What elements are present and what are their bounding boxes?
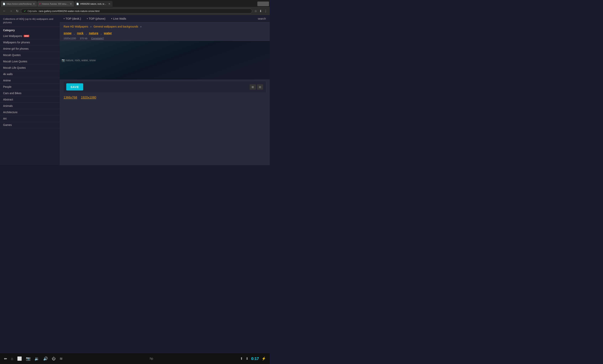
nav-top-phone[interactable]: TOP (phone) [87, 17, 105, 20]
breadcrumb: Rare HD Wallpapers » General wallpapers … [60, 22, 270, 30]
sidebar-item-anime-label: Anime [3, 79, 11, 82]
sidebar-item-animals[interactable]: Animals [0, 103, 60, 109]
sidebar-item-games[interactable]: Games [0, 122, 60, 128]
tab-3[interactable]: 📄 #4566250 nature, rock, wate... ✕ [74, 1, 113, 7]
sidebar-item-anime[interactable]: Anime [0, 77, 60, 84]
sidebar-item-games-label: Games [3, 123, 12, 126]
sidebar-item-animals-label: Animals [3, 104, 13, 107]
toolbar-icons: ☆ ⬇ ⋮ [254, 9, 268, 13]
bookmark-icon[interactable]: ☆ [254, 9, 258, 13]
complaint-link[interactable]: Complaint? [91, 37, 104, 40]
sidebar-item-mocah-love-label: Mocah Love Quotes [3, 60, 27, 63]
breadcrumb-category[interactable]: General wallpapers and backgrounds [93, 25, 138, 28]
back-button[interactable]: ← [2, 9, 7, 13]
tab-3-icon: 📄 [76, 3, 79, 5]
sidebar-item-anime-girl[interactable]: Anime girl for phones [0, 46, 60, 52]
controls-row: SAVE ⊞ ⊟ [64, 81, 266, 92]
sidebar-item-mocah-quotes-label: Mocah Quotes [3, 54, 21, 56]
breadcrumb-sep1: » [90, 25, 93, 28]
new-tab-area [257, 1, 269, 6]
tag-water[interactable]: water [104, 32, 112, 35]
menu-icon[interactable]: ⋮ [264, 9, 268, 13]
tab-2-icon: # [39, 3, 40, 5]
sidebar-item-4k-walls-label: 4k walls [3, 73, 13, 76]
res-1366[interactable]: 1366x768 [64, 96, 77, 99]
sidebar-item-people[interactable]: People [0, 84, 60, 90]
forward-button[interactable]: → [9, 9, 13, 13]
sidebar-item-wallpapers-phones-label: Wallpapers for phones [3, 41, 30, 44]
sidebar-item-live-wallpapers[interactable]: Live Wallpapers NEW [0, 33, 60, 39]
meta-row: 1920x1200 370 kb Complaint? [60, 36, 270, 41]
sidebar-item-cars-bikes[interactable]: Cars and Bikes [0, 90, 60, 96]
tab-3-label: #4566250 nature, rock, wate... [80, 3, 107, 5]
download-icon[interactable]: ⬇ [259, 9, 262, 13]
sidebar-item-new-badge: NEW [24, 35, 29, 37]
tab-2-close[interactable]: ✕ [70, 2, 72, 5]
sidebar-category-header: Category [0, 27, 60, 33]
tab-1[interactable]: 📄 https://onion.tube/feed/pop ✕ [1, 1, 37, 7]
tag-rock[interactable]: rock [77, 32, 83, 35]
image-alt-label: 📷 nature, rock, water, snow [62, 58, 96, 63]
breadcrumb-sep2: » [140, 25, 142, 28]
tab-3-close[interactable]: ✕ [108, 2, 111, 5]
meta-size: 370 kb [80, 37, 87, 40]
offline-label: Офлайн [28, 10, 37, 12]
sidebar-logo: Collections of HDQ (up to 4k) wallpapers… [0, 15, 60, 27]
address-bar[interactable]: ✔ Офлайн rare-gallery.com/4566250-water-… [21, 9, 252, 13]
tag-snow[interactable]: snow [64, 32, 71, 35]
sidebar-item-anime-girl-label: Anime girl for phones [3, 47, 29, 50]
tab-2-label: Новини Львова: 300 мешка... [42, 3, 69, 5]
tab-1-close[interactable]: ✕ [33, 2, 35, 5]
sidebar-item-cars-bikes-label: Cars and Bikes [3, 92, 21, 95]
sidebar: Collections of HDQ (up to 4k) wallpapers… [0, 15, 60, 165]
view-buttons: ⊞ ⊟ [250, 84, 263, 90]
tab-1-icon: 📄 [3, 3, 5, 5]
sidebar-item-mocah-quotes[interactable]: Mocah Quotes [0, 52, 60, 58]
breadcrumb-home[interactable]: Rare HD Wallpapers [64, 25, 88, 28]
nav-top-desk[interactable]: TOP (desk.) [64, 17, 81, 20]
sidebar-item-live-wallpapers-label: Live Wallpapers [3, 34, 22, 38]
sidebar-item-mocah-life-label: Mocah Life Quotes [3, 66, 26, 69]
sidebar-item-wallpapers-phones[interactable]: Wallpapers for phones [0, 39, 60, 46]
sidebar-item-architecture-label: Architecture [3, 111, 18, 114]
secure-icon: ✔ [24, 10, 26, 12]
search-link[interactable]: search [258, 17, 266, 20]
address-bar-row: ← → ↻ ✔ Офлайн rare-gallery.com/4566250-… [0, 7, 270, 15]
view-btn-list[interactable]: ⊟ [257, 84, 263, 90]
sidebar-item-abstract[interactable]: Abstract [0, 96, 60, 103]
res-1920[interactable]: 1920x1080 [81, 96, 96, 99]
sidebar-item-mocah-life[interactable]: Mocah Life Quotes [0, 65, 60, 71]
sidebar-item-architecture[interactable]: Architecture [0, 109, 60, 115]
sidebar-item-4k-walls[interactable]: 4k walls [0, 71, 60, 77]
tag-nature[interactable]: nature [89, 32, 98, 35]
tab-2[interactable]: # Новини Львова: 300 мешка... ✕ [37, 1, 74, 7]
sidebar-item-art-label: Art [3, 117, 7, 120]
resolution-links: 1366x768 1920x1080 [60, 94, 270, 101]
nav-live-walls[interactable]: Live Walls [111, 17, 126, 20]
page-container: Collections of HDQ (up to 4k) wallpapers… [0, 15, 270, 165]
top-nav: TOP (desk.) TOP (phone) Live Walls searc… [60, 15, 270, 22]
view-btn-grid[interactable]: ⊞ [250, 84, 256, 90]
save-button[interactable]: SAVE [66, 83, 83, 90]
sidebar-item-mocah-love[interactable]: Mocah Love Quotes [0, 58, 60, 65]
sidebar-item-people-label: People [3, 85, 12, 88]
url-text: rare-gallery.com/4566250-water-rock-natu… [39, 10, 100, 12]
refresh-button[interactable]: ↻ [15, 9, 20, 13]
sidebar-item-art[interactable]: Art [0, 115, 60, 122]
tags-section: snow , rock , nature , water [60, 30, 270, 36]
tab-1-label: https://onion.tube/feed/pop [7, 3, 32, 5]
meta-resolution: 1920x1200 [64, 37, 76, 40]
top-nav-left: TOP (desk.) TOP (phone) Live Walls [64, 17, 126, 20]
sidebar-item-abstract-label: Abstract [3, 98, 13, 101]
main-content: TOP (desk.) TOP (phone) Live Walls searc… [60, 15, 270, 165]
tab-bar: 📄 https://onion.tube/feed/pop ✕ # Новини… [0, 0, 270, 7]
browser-chrome: 📄 https://onion.tube/feed/pop ✕ # Новини… [0, 0, 270, 15]
wallpaper-image-area: 📷 nature, rock, water, snow [60, 41, 270, 79]
